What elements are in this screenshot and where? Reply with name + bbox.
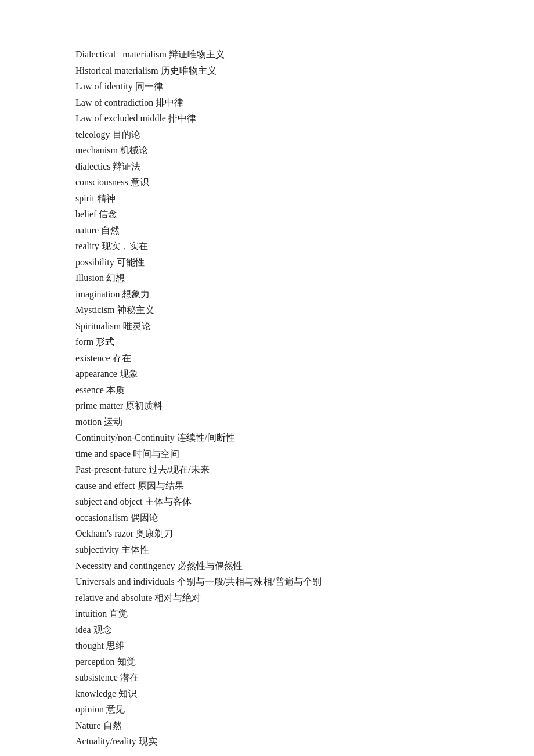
list-item: relative and absolute 相对与绝对 — [75, 590, 464, 606]
list-item: form 形式 — [75, 334, 464, 350]
list-item: Mysticism 神秘主义 — [75, 302, 464, 318]
list-item: opinion 意见 — [75, 701, 464, 718]
list-item: Law of excluded middle 排中律 — [75, 110, 464, 127]
list-item: imagination 想象力 — [75, 286, 464, 303]
list-item: Spiritualism 唯灵论 — [75, 318, 464, 334]
list-item: Ockham's razor 奥康剃刀 — [75, 525, 464, 542]
list-item: Historical materialism 历史唯物主义 — [75, 63, 464, 79]
list-item: subject and object 主体与客体 — [75, 494, 464, 510]
list-item: Dialectical materialism 辩证唯物主义 — [75, 46, 464, 63]
philosophy-term-list: Dialectical materialism 辩证唯物主义Historical… — [75, 46, 464, 750]
list-item: possibility 可能性 — [75, 254, 464, 271]
list-item: Law of contradiction 排中律 — [75, 95, 464, 111]
list-item: Universals and individuals 个别与一般/共相与殊相/普… — [75, 574, 464, 590]
list-item: Necessity and contingency 必然性与偶然性 — [75, 558, 464, 574]
list-item: cause and effect 原因与结果 — [75, 478, 464, 494]
list-item: nature 自然 — [75, 222, 464, 239]
list-item: reality 现实，实在 — [75, 238, 464, 254]
list-item: subsistence 潜在 — [75, 669, 464, 686]
list-item: essence 本质 — [75, 382, 464, 398]
list-item: mechanism 机械论 — [75, 142, 464, 159]
list-item: dialectics 辩证法 — [75, 159, 464, 175]
list-item: Law of identity 同一律 — [75, 78, 464, 95]
list-item: appearance 现象 — [75, 366, 464, 382]
list-item: perception 知觉 — [75, 654, 464, 670]
list-item: motion 运动 — [75, 414, 464, 430]
list-item: Illusion 幻想 — [75, 270, 464, 286]
list-item: subjectivity 主体性 — [75, 542, 464, 558]
list-item: intuition 直觉 — [75, 606, 464, 622]
list-item: thought 思维 — [75, 638, 464, 654]
list-item: teleology 目的论 — [75, 127, 464, 143]
list-item: consciousness 意识 — [75, 174, 464, 190]
list-item: Past-present-future 过去/现在/未来 — [75, 462, 464, 478]
list-item: idea 观念 — [75, 622, 464, 638]
list-item: belief 信念 — [75, 206, 464, 222]
list-item: time and space 时间与空间 — [75, 446, 464, 462]
list-item: knowledge 知识 — [75, 686, 464, 702]
list-item: spirit 精神 — [75, 190, 464, 207]
list-item: Actuality/reality 现实 — [75, 733, 464, 750]
list-item: Continuity/non-Continuity 连续性/间断性 — [75, 430, 464, 446]
list-item: Nature 自然 — [75, 718, 464, 734]
list-item: prime matter 原初质料 — [75, 398, 464, 414]
list-item: occasionalism 偶因论 — [75, 510, 464, 526]
list-item: existence 存在 — [75, 350, 464, 366]
